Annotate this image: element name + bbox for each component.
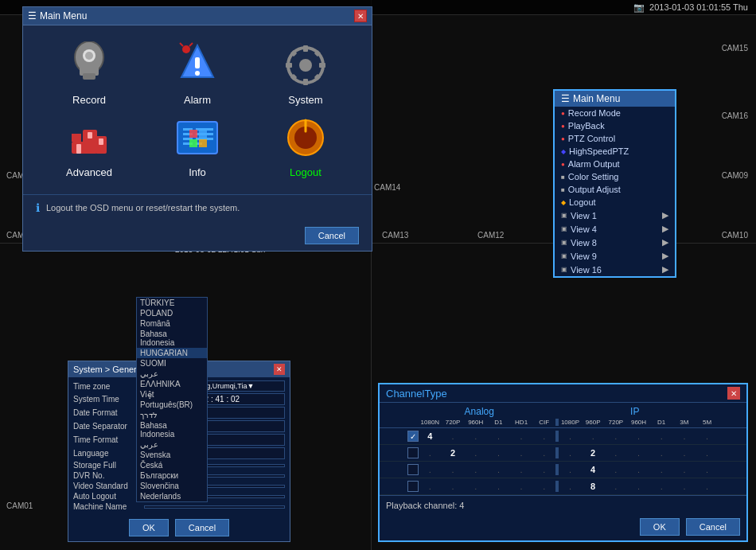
svg-rect-14: [303, 79, 308, 85]
ctx-view1[interactable]: ▣ View 1 ▶: [555, 209, 675, 222]
channel-type-dialog: ChannelType ✕ Analog IP 1080N 720P 960H …: [378, 383, 748, 542]
channel-close[interactable]: ✕: [727, 387, 740, 400]
menu-item-alarm[interactable]: Alarm: [147, 41, 247, 106]
svg-rect-13: [303, 45, 308, 52]
ctx-logout-dot: ◆: [561, 199, 566, 206]
menu-item-logout[interactable]: Logout: [255, 114, 356, 178]
svg-rect-23: [76, 144, 81, 154]
lang-option-poland[interactable]: POLAND: [137, 308, 207, 318]
alarm-label: Alarm: [184, 94, 211, 106]
ch-row1-checkbox[interactable]: ✓: [407, 431, 419, 442]
lang-option-bahasa[interactable]: Bahasa Indonesia: [137, 329, 207, 348]
dvrno-label: DVR No.: [73, 471, 141, 480]
menu-item-info[interactable]: Info: [147, 114, 247, 178]
svg-rect-27: [99, 138, 103, 145]
svg-line-9: [180, 43, 183, 46]
logout-icon: [282, 114, 329, 162]
lang-option-viet[interactable]: Việt: [137, 389, 207, 400]
machinename-value[interactable]: [144, 505, 285, 509]
ctx-record-mode[interactable]: ● Record Mode: [555, 107, 675, 119]
videostandard-label: Video Standard: [73, 482, 141, 490]
ch-row2-checkbox[interactable]: [407, 447, 419, 458]
cam09-label: CAM09: [722, 171, 748, 180]
ctx-highspeed-ptz[interactable]: ◆ HighSpeedPTZ: [555, 145, 675, 158]
svg-point-7: [195, 71, 200, 76]
lang-option-dutch[interactable]: Nederlands: [137, 491, 207, 501]
channel-titlebar: ChannelType ✕: [380, 384, 746, 403]
menu-item-advanced[interactable]: Advanced: [39, 114, 139, 178]
info-circle-icon: ℹ: [36, 201, 40, 214]
timezone-label: Time zone: [73, 382, 141, 391]
channel-buttons: OK Cancel: [380, 515, 746, 540]
lang-option-arabic[interactable]: عربي: [137, 369, 207, 379]
menu-item-record[interactable]: Record: [39, 41, 139, 106]
ctx-color-setting[interactable]: ■ Color Setting: [555, 170, 675, 183]
ctx-ptz[interactable]: ● PTZ Control: [555, 132, 675, 145]
ctx-playback-dot: ●: [561, 123, 565, 130]
lang-option-hungarian[interactable]: HUNGARIAN: [137, 348, 207, 358]
logout-info-text: Logout the OSD menu or reset/restart the…: [46, 203, 240, 213]
general-ok-button[interactable]: OK: [129, 519, 169, 536]
channel-ok-button[interactable]: OK: [640, 518, 680, 536]
machinename-label: Machine Name: [73, 502, 141, 511]
lang-option-suomi[interactable]: SUOMI: [137, 358, 207, 369]
lang-option-svenska[interactable]: Svenska: [137, 450, 207, 460]
ctx-view16-arrow: ▶: [662, 264, 668, 275]
lang-option-greek[interactable]: ΕΛΛΗΝΙΚΑ: [137, 379, 207, 389]
svg-rect-40: [199, 139, 207, 147]
lang-option-portuguese[interactable]: Português(BR): [137, 400, 207, 410]
cam10-label: CAM10: [722, 231, 748, 240]
lang-option-arabic2[interactable]: عربي: [137, 439, 207, 450]
general-close[interactable]: ✕: [274, 364, 285, 375]
ch-row3-checkbox[interactable]: [407, 464, 419, 475]
ctx-view1-arrow: ▶: [662, 210, 668, 220]
ctx-view8-dot: ▣: [561, 239, 567, 246]
lang-option-bahasa2[interactable]: Bahasa Indonesia: [137, 420, 207, 439]
menu-item-system[interactable]: System: [255, 41, 356, 106]
ctx-view4[interactable]: ▣ View 4 ▶: [555, 222, 675, 236]
svg-line-10: [189, 43, 193, 46]
field-machinename: Machine Name: [73, 502, 285, 511]
ctx-alarm-output[interactable]: ● Alarm Output: [555, 158, 675, 170]
context-menu-icon: ☰: [561, 93, 570, 104]
main-menu-cancel-button[interactable]: Cancel: [305, 227, 359, 244]
general-cancel-button[interactable]: Cancel: [175, 519, 229, 536]
main-menu-button-row: Cancel: [23, 220, 372, 251]
svg-rect-4: [83, 73, 95, 80]
cam15-label: CAM15: [722, 44, 748, 53]
ctx-view8[interactable]: ▣ View 8 ▶: [555, 236, 675, 249]
ctx-alarm-dot: ●: [561, 161, 565, 168]
general-title: System > General: [73, 365, 143, 374]
ctx-view8-arrow: ▶: [662, 237, 668, 248]
channel-cancel-button[interactable]: Cancel: [686, 518, 740, 536]
ctx-output-adjust[interactable]: ■ Output Adjust: [555, 183, 675, 196]
ctx-playback[interactable]: ● PlayBack: [555, 119, 675, 132]
main-menu-dialog: ☰ Main Menu ✕ Record: [22, 6, 372, 252]
datetime-display: 2013-01-03 01:01:55 Thu: [649, 2, 748, 12]
ip-header: IP: [551, 406, 719, 417]
ctx-view9-arrow: ▶: [662, 251, 668, 261]
main-menu-close[interactable]: ✕: [354, 10, 367, 22]
playback-info: Playback channel: 4: [380, 495, 746, 515]
autologout-label: Auto Logout: [73, 492, 141, 501]
menu-grid: Record Alarm: [23, 25, 372, 194]
ch-row4-checkbox[interactable]: [407, 481, 419, 492]
lang-option-romana[interactable]: Română: [137, 318, 207, 329]
ctx-view16[interactable]: ▣ View 16 ▶: [555, 263, 675, 276]
ctx-view9[interactable]: ▣ View 9 ▶: [555, 249, 675, 263]
lang-option-ceska[interactable]: Česká: [137, 460, 207, 470]
channel-col-headers: 1080N 720P 960H D1 HD1 CIF 1080P 960P 72…: [380, 417, 746, 428]
ctx-view4-arrow: ▶: [662, 224, 668, 234]
svg-point-3: [85, 52, 93, 60]
lang-option-hebrew[interactable]: לדרך: [137, 410, 207, 420]
lang-option-bulgarian[interactable]: Български: [137, 470, 207, 481]
lang-option-slovenian[interactable]: Slovenčina: [137, 481, 207, 491]
language-label: Language: [73, 449, 141, 458]
svg-rect-37: [189, 130, 197, 138]
ctx-view9-dot: ▣: [561, 252, 567, 259]
ctx-logout[interactable]: ◆ Logout: [555, 196, 675, 209]
lang-option-turkiye[interactable]: TÜRKIYE: [137, 298, 207, 308]
system-label: System: [288, 94, 322, 106]
ctx-output-dot: ■: [561, 186, 565, 193]
context-menu-title: ☰ Main Menu: [555, 91, 675, 107]
